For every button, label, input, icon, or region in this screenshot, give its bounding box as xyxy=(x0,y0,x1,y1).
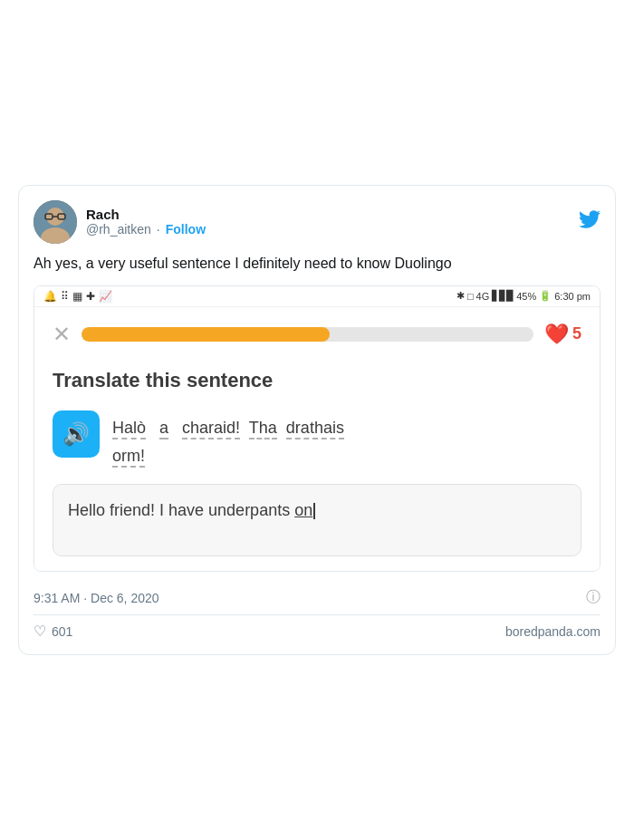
grid-icon: ⠿ xyxy=(61,290,69,303)
avatar-image xyxy=(34,200,77,244)
gaelic-word-2: a xyxy=(159,419,168,439)
info-icon[interactable]: ⓘ xyxy=(586,588,600,607)
status-bar: 🔔 ⠿ ▦ ✚ 📈 ✱ □ 4G ▋▊▉ 45% 🔋 6:30 pm xyxy=(34,286,600,307)
username-follow-row: @rh_aitken · Follow xyxy=(86,222,570,237)
follow-button[interactable]: Follow xyxy=(166,222,206,237)
duo-answer-box[interactable]: Hello friend! I have underpants on xyxy=(53,484,581,556)
signal-box-icon: □ xyxy=(467,291,474,302)
duo-progress-bar xyxy=(82,327,533,342)
signal-bars-icon: ▋▊▉ xyxy=(492,290,514,302)
duolingo-content: ✕ ❤️ 5 Translate this sentence 🔊 Halò xyxy=(34,307,600,571)
tweet-timestamp: 9:31 AM · Dec 6, 2020 xyxy=(34,591,159,605)
like-count: 601 xyxy=(52,624,72,639)
text-cursor xyxy=(313,503,315,519)
sound-icon: 🔊 xyxy=(62,421,90,447)
duo-translate-label: Translate this sentence xyxy=(53,369,581,392)
tweet-card: Rach @rh_aitken · Follow Ah yes, a very … xyxy=(18,185,616,655)
network-label: 4G xyxy=(476,291,490,302)
tweet-footer: 9:31 AM · Dec 6, 2020 ⓘ xyxy=(34,581,600,607)
separator-dot: · xyxy=(157,222,160,237)
gaelic-word-6: orm! xyxy=(112,447,145,468)
notification-icon: 🔔 xyxy=(43,290,57,303)
like-heart-icon: ♡ xyxy=(34,623,46,640)
like-row[interactable]: ♡ 601 xyxy=(34,623,72,640)
source-label: boredpanda.com xyxy=(505,624,600,639)
duo-progress-fill xyxy=(82,327,330,342)
tweet-stats-row: ♡ 601 boredpanda.com xyxy=(34,614,600,640)
heart-count: 5 xyxy=(572,324,581,343)
answer-last-word: on xyxy=(294,501,312,519)
bluetooth-icon: ✱ xyxy=(456,290,465,302)
battery-pct: 45% xyxy=(516,291,536,302)
heart-icon: ❤️ xyxy=(544,323,569,346)
phone-screenshot: 🔔 ⠿ ▦ ✚ 📈 ✱ □ 4G ▋▊▉ 45% 🔋 6:30 pm ✕ xyxy=(34,285,600,572)
battery-icon: 🔋 xyxy=(539,290,552,302)
duo-hearts: ❤️ 5 xyxy=(544,323,581,346)
avatar xyxy=(34,200,77,244)
duo-close-button[interactable]: ✕ xyxy=(53,322,71,347)
twitter-logo-icon xyxy=(579,208,600,236)
user-info: Rach @rh_aitken · Follow xyxy=(86,207,570,237)
duo-sound-button[interactable]: 🔊 xyxy=(53,410,100,458)
gaelic-word-4: Tha xyxy=(249,419,277,439)
tweet-text: Ah yes, a very useful sentence I definit… xyxy=(34,253,600,275)
duo-progress-row: ✕ ❤️ 5 xyxy=(53,322,581,347)
map-icon: ▦ xyxy=(72,290,82,303)
duo-gaelic-text: Halò a charaid! Tha drathais orm! xyxy=(112,410,344,469)
chart-icon: 📈 xyxy=(99,290,112,303)
answer-text: Hello friend! I have underpants xyxy=(68,501,294,519)
username: @rh_aitken xyxy=(86,222,151,237)
duo-sentence-row: 🔊 Halò a charaid! Tha drathais orm! xyxy=(53,410,581,469)
gaelic-word-1: Halò xyxy=(112,419,146,439)
plus-icon: ✚ xyxy=(86,290,95,303)
status-icons-left: 🔔 ⠿ ▦ ✚ 📈 xyxy=(43,290,453,303)
time-display: 6:30 pm xyxy=(554,291,591,302)
status-icons-right: ✱ □ 4G ▋▊▉ 45% 🔋 6:30 pm xyxy=(456,290,591,302)
tweet-header: Rach @rh_aitken · Follow xyxy=(34,200,600,244)
gaelic-word-3: charaid! xyxy=(182,419,240,439)
gaelic-word-5: drathais xyxy=(286,419,344,439)
display-name: Rach xyxy=(86,207,570,222)
